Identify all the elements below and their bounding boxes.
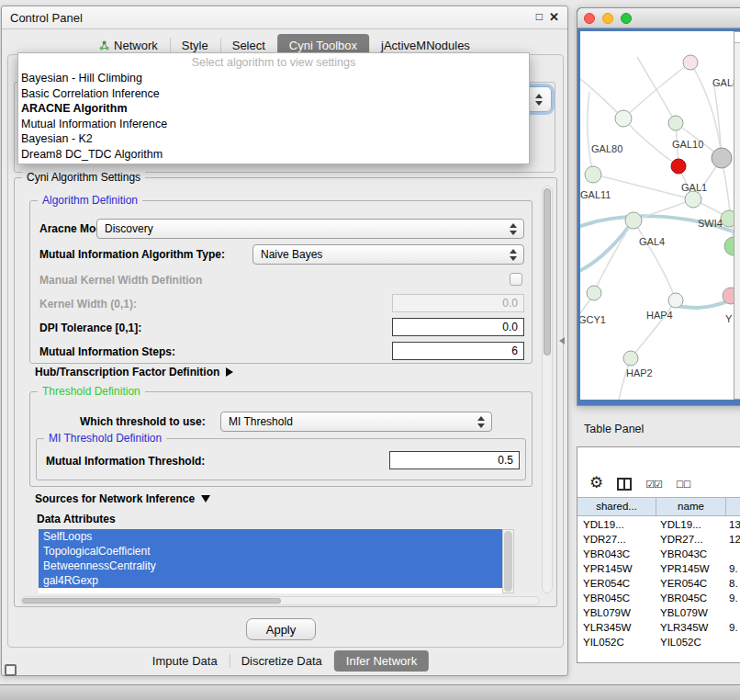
zoom-traffic-button[interactable]: [621, 13, 632, 24]
columns-icon[interactable]: [617, 478, 632, 491]
threshold-definition-group: Threshold Definition Which threshold to …: [29, 391, 533, 487]
network-graph[interactable]: GAL80GAL10GAL11GAL1GAL4SWI4GAL8GCY1HAP4H…: [580, 31, 734, 400]
table-cell: YDR27...: [577, 532, 656, 547]
close-window-icon[interactable]: ✕: [549, 10, 559, 24]
table-row[interactable]: YBR043CYBR043C: [577, 547, 740, 561]
window-title: Control Panel: [10, 11, 83, 25]
table-row[interactable]: YPR145WYPR145W9.: [577, 561, 740, 576]
table-row[interactable]: YER054CYER054C8.: [577, 576, 740, 591]
table-cell: YLR345W: [577, 620, 656, 635]
algorithm-option-basic-correlation-inference[interactable]: Basic Correlation Inference: [18, 86, 529, 102]
tab-infer-network[interactable]: Infer Network: [334, 650, 429, 672]
gear-icon[interactable]: ⚙: [589, 475, 603, 491]
network-node[interactable]: [585, 166, 601, 183]
network-node[interactable]: [683, 55, 698, 70]
minimize-traffic-button[interactable]: [602, 13, 613, 24]
network-node[interactable]: [668, 116, 683, 130]
table-row[interactable]: YDL19...YDL19...13: [577, 517, 740, 532]
network-node[interactable]: [712, 148, 732, 168]
scrollbar-thumb[interactable]: [544, 188, 551, 356]
node-label-hap2: HAP2: [626, 367, 653, 378]
hub-definition-toggle[interactable]: Hub/Transcription Factor Definition: [35, 366, 233, 378]
network-window-titlebar: [577, 8, 740, 28]
deselect-all-checkboxes-icon[interactable]: ☐☐: [676, 479, 690, 491]
table-row[interactable]: YBL079WYBL079W: [577, 605, 740, 620]
network-tab-icon: [99, 40, 109, 51]
data-attribute-option-gal4rgexp[interactable]: gal4RGexp: [39, 573, 502, 588]
mi-type-select[interactable]: Naive Bayes: [252, 244, 524, 265]
apply-button[interactable]: Apply: [246, 618, 316, 640]
manual-kernel-checkbox[interactable]: [510, 273, 522, 286]
algorithm-option-bayesian-k2[interactable]: Bayesian - K2: [18, 131, 529, 147]
network-canvas[interactable]: GAL80GAL10GAL11GAL1GAL4SWI4GAL8GCY1HAP4H…: [580, 31, 734, 400]
network-node[interactable]: [587, 286, 601, 300]
column-header-3[interactable]: [726, 498, 740, 515]
network-vertical-scrollbar[interactable]: [734, 31, 740, 400]
settings-horizontal-scrollbar[interactable]: [20, 596, 540, 605]
mi-threshold-label: Mutual Information Threshold:: [46, 455, 205, 468]
table-cell: [726, 635, 740, 649]
cyni-bottom-tab-bar: Impute DataDiscretize DataInfer Network: [140, 650, 429, 672]
network-node[interactable]: [721, 210, 734, 227]
tab-label: Impute Data: [152, 654, 218, 668]
data-attribute-option-topologicalcoefficient[interactable]: TopologicalCoefficient: [39, 544, 502, 559]
column-header-2[interactable]: name: [656, 498, 726, 515]
network-node[interactable]: [623, 351, 638, 366]
table-row[interactable]: YLR345WYLR345W9.: [577, 620, 740, 635]
table-row[interactable]: YIL052CYIL052C: [577, 635, 740, 649]
scrollbar-thumb[interactable]: [504, 531, 512, 592]
kernel-width-input[interactable]: 0.0: [392, 294, 524, 312]
status-bar: [0, 684, 740, 700]
dpi-tolerance-input[interactable]: 0.0: [392, 318, 524, 336]
mi-threshold-definition-group: MI Threshold Definition Mutual Informati…: [36, 438, 526, 480]
table-cell: 9.: [726, 561, 740, 576]
tab-discretize-data[interactable]: Discretize Data: [230, 650, 334, 672]
table-cell: [726, 605, 740, 620]
data-attribute-option-betweennesscentrality[interactable]: BetweennessCentrality: [39, 559, 502, 573]
table-body: YDL19...YDL19...13YDR27...YDR27...12YBR0…: [577, 517, 740, 662]
algorithm-option-aracne-algorithm[interactable]: ARACNE Algorithm: [18, 101, 529, 117]
algorithm-option-dream8-dc-tdc-algorithm[interactable]: Dream8 DC_TDC Algorithm: [18, 147, 529, 163]
network-view-window: GAL80GAL10GAL11GAL1GAL4SWI4GAL8GCY1HAP4H…: [577, 7, 740, 406]
network-node[interactable]: [615, 110, 632, 127]
network-node[interactable]: [724, 237, 734, 255]
table-cell: YER054C: [577, 576, 656, 591]
table-cell: YDL19...: [656, 517, 726, 532]
combo-arrows-icon: [477, 416, 485, 428]
network-node[interactable]: [625, 212, 642, 229]
attributes-list-scrollbar[interactable]: [502, 529, 514, 593]
column-header-1[interactable]: shared...: [577, 498, 656, 515]
sources-toggle[interactable]: Sources for Network Inference: [35, 492, 210, 505]
algorithm-option-bayesian-hill-climbing[interactable]: Bayesian - Hill Climbing: [18, 71, 529, 86]
minimized-panel-icon[interactable]: [5, 664, 17, 676]
scrollbar-button[interactable]: [734, 32, 740, 43]
table-row[interactable]: YDR27...YDR27...12: [577, 532, 740, 547]
node-label-gal11: GAL11: [580, 189, 611, 200]
mi-threshold-input[interactable]: 0.5: [389, 451, 520, 469]
which-threshold-select[interactable]: MI Threshold: [220, 412, 492, 432]
table-cell: YBR045C: [577, 591, 656, 605]
settings-vertical-scrollbar[interactable]: [542, 186, 553, 593]
aracne-mode-select[interactable]: Discovery: [96, 219, 524, 239]
table-cell: YBL079W: [656, 605, 726, 620]
data-attribute-option-selfloops[interactable]: SelfLoops: [39, 529, 502, 544]
float-window-icon[interactable]: □: [536, 10, 543, 23]
table-row[interactable]: YBR045CYBR045C9.: [577, 591, 740, 605]
panel-splitter-arrow-icon[interactable]: [559, 337, 565, 344]
data-attributes-list[interactable]: SelfLoopsTopologicalCoefficientBetweenne…: [39, 529, 502, 593]
close-traffic-button[interactable]: [584, 13, 595, 24]
collapse-down-icon: [201, 495, 210, 502]
network-node[interactable]: [668, 293, 683, 308]
data-attributes-label: Data Attributes: [37, 513, 116, 525]
tab-impute-data[interactable]: Impute Data: [140, 650, 230, 672]
select-all-checkboxes-icon[interactable]: ☑☑: [645, 478, 662, 491]
node-label-y: Y: [725, 313, 733, 324]
algorithm-option-mutual-information-inference[interactable]: Mutual Information Inference: [18, 117, 529, 132]
table-cell: 13: [726, 517, 740, 532]
network-node[interactable]: [685, 191, 701, 208]
scrollbar-thumb[interactable]: [22, 598, 281, 604]
network-node[interactable]: [671, 159, 686, 174]
table-cell: 12: [726, 532, 740, 547]
mi-steps-input[interactable]: 6: [392, 342, 524, 360]
tab-label: Discretize Data: [241, 654, 322, 668]
